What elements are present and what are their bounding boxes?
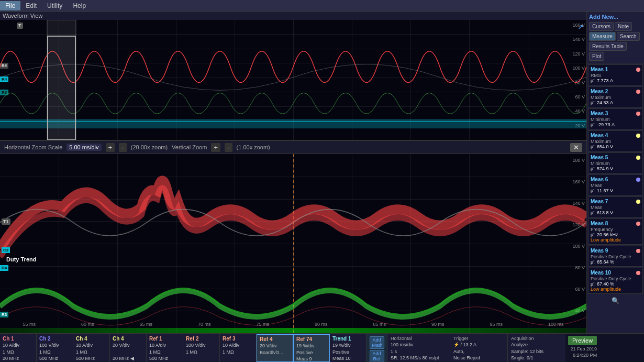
meas-2-value: μ': 24.53 A: [591, 100, 640, 105]
zoom-v-minus[interactable]: -: [225, 143, 232, 152]
cursors-button[interactable]: Cursors: [589, 22, 614, 31]
ref1-block[interactable]: Ref 1 10 A/div1 MΩ500 MHz: [147, 334, 183, 362]
plot-button[interactable]: Plot: [589, 52, 604, 61]
h-zoom-label: Horizontal Zoom Scale: [4, 144, 62, 150]
meas-4-type: Maximum: [591, 139, 640, 144]
meas-1-color: [636, 68, 640, 72]
meas-9-value: μ': 65.64 %: [591, 259, 640, 265]
ch2-values: 100 V/div1 MΩ500 MHz: [39, 342, 70, 362]
results-table-button[interactable]: Results Table: [589, 42, 627, 51]
menu-edit[interactable]: Edit: [20, 1, 42, 10]
add-ref-button[interactable]: AddRef: [370, 350, 384, 362]
meas-5-value: μ': 574.9 V: [591, 166, 640, 171]
zoom-h-minus[interactable]: -: [119, 143, 126, 152]
meas-7-item[interactable]: Meas 7 Mean μ': 613.8 V: [588, 196, 643, 217]
meas-5-label: Meas 5: [591, 155, 608, 160]
ref1-title: Ref 1: [149, 336, 180, 342]
horizontal-block: Horizontal 100 ms/div 1 s SR: 12.5 MS/s …: [387, 334, 450, 362]
ref2-block[interactable]: Ref 2 100 V/div1 MΩ: [183, 334, 220, 362]
trigger-title: Trigger: [453, 336, 504, 341]
main-content: Waveform View: [0, 12, 644, 362]
menu-help[interactable]: Help: [68, 1, 91, 10]
scope-zoom-svg: [0, 154, 586, 333]
meas-10-color: [636, 271, 640, 275]
search-area[interactable]: 🔍: [588, 295, 643, 306]
right-buttons: Cursors Note Measure Search Results Tabl…: [589, 22, 642, 61]
ref1-values: 10 A/div1 MΩ500 MHz: [149, 342, 180, 362]
scope-top-svg: [0, 20, 586, 140]
note-button[interactable]: Note: [615, 22, 632, 31]
h-ns: 80 ns/pt: [423, 355, 439, 360]
add-math-button[interactable]: AddMath: [370, 336, 384, 349]
h-sr: SR: 12.5 MS/s: [391, 355, 421, 360]
zoom-h-plus[interactable]: +: [106, 143, 115, 152]
ch4b-values: 20 V/div20 MHz ◀: [113, 342, 143, 362]
meas-9-item[interactable]: Meas 9 Positive Duty Cycle μ': 65.64 %: [588, 246, 643, 267]
svg-rect-0: [0, 119, 586, 128]
meas-1-value: μ': 7.773 A: [591, 78, 640, 83]
meas-3-color: [636, 112, 640, 116]
meas-9-type: Positive Duty Cycle: [591, 254, 640, 259]
meas-4-item[interactable]: Meas 4 Maximum μ': 654.0 V: [588, 130, 643, 151]
meas-10-item[interactable]: Meas 10 Positive Duty Cycle μ': 67.40 % …: [588, 268, 643, 294]
meas-5-color: [636, 156, 640, 160]
acq-sample: Sample: 12 bits: [511, 349, 543, 354]
trend1-values: 19 %/divPositiveMeas 10: [332, 342, 363, 362]
ref2-title: Ref 2: [186, 336, 217, 342]
trend1-block[interactable]: Trend 1 19 %/divPositiveMeas 10: [330, 334, 367, 362]
trend1-title: Trend 1: [332, 336, 363, 342]
meas-10-label: Meas 10: [591, 270, 611, 276]
scope-overview: T ↗ 160 V 140 V 120 V 100 V 80 V 60 V 40…: [0, 20, 586, 140]
meas-8-value: μ': 20.56 kHz: [591, 232, 640, 237]
meas-6-value: μ': 11.67 V: [591, 188, 640, 193]
meas-6-item[interactable]: Meas 6 Mean μ': 11.67 V: [588, 174, 643, 195]
h-zoom-value[interactable]: 5.00 ms/div: [66, 144, 101, 151]
c3-marker: C3: [2, 247, 10, 253]
r3-zoom-marker: R3: [0, 312, 8, 317]
meas-3-item[interactable]: Meas 3 Minimum μ': -29.73 A: [588, 108, 643, 129]
menu-utility[interactable]: Utility: [42, 1, 68, 10]
ch1-title: Ch 1: [3, 336, 34, 342]
zoom-v-plus[interactable]: +: [211, 143, 220, 152]
ch4b-title: Ch 4: [113, 336, 143, 342]
meas-6-label: Meas 6: [591, 177, 608, 182]
meas-4-value: μ': 654.0 V: [591, 144, 640, 149]
zoom-close-button[interactable]: ✕: [570, 143, 582, 152]
ch2-block[interactable]: Ch 2 100 V/div1 MΩ500 MHz: [37, 334, 73, 362]
measure-button[interactable]: Measure: [589, 32, 616, 41]
t1-badge: T1: [2, 218, 10, 225]
meas-3-type: Minimum: [591, 117, 640, 122]
acq-mode: Analyze: [511, 342, 528, 347]
ch4-block[interactable]: Ch 4 10 A/div1 MΩ500 MHz: [73, 334, 110, 362]
menu-bar: File Edit Utility Help: [0, 0, 644, 12]
search-button[interactable]: Search: [617, 32, 640, 41]
ref74-block[interactable]: Ref 74 19 %/divPositiveMeas 9: [293, 334, 330, 362]
meas-4-color: [636, 134, 640, 138]
meas-8-low: Low amplitude: [591, 237, 640, 243]
duty-trend-label: Duty Trend: [6, 256, 36, 262]
right-panel: Add New... Cursors Note Measure Search R…: [586, 12, 644, 333]
ch4b-block[interactable]: Ch 4 20 V/div20 MHz ◀: [110, 334, 147, 362]
measurements-list: Meas 1 RMS μ': 7.773 A Meas 2 Maximum μ'…: [587, 63, 644, 333]
ch4-values: 10 A/div1 MΩ500 MHz: [76, 342, 107, 362]
meas-2-item[interactable]: Meas 2 Maximum μ': 24.53 A: [588, 86, 643, 107]
preview-button[interactable]: Preview: [568, 336, 597, 345]
meas-8-item[interactable]: Meas 8 Frequency μ': 20.56 kHz Low ampli…: [588, 218, 643, 245]
menu-file[interactable]: File: [0, 1, 20, 10]
ch2-title: Ch 2: [39, 336, 70, 342]
ref2-values: 100 V/div1 MΩ: [186, 342, 217, 355]
trigger-level: 13.2 A: [463, 342, 477, 347]
r4-zoom-marker: R4: [0, 265, 8, 271]
ref4-block[interactable]: Ref 4 20 V/divBoardlvl1...: [257, 334, 293, 362]
right-panel-header: Add New... Cursors Note Measure Search R…: [587, 12, 644, 63]
meas-7-label: Meas 7: [591, 199, 608, 204]
meas-5-item[interactable]: Meas 5 Minimum μ': 574.9 V: [588, 152, 643, 173]
search-icon: 🔍: [612, 297, 619, 304]
ref3-block[interactable]: Ref 3 10 A/div1 MΩ: [220, 334, 257, 362]
ch4-title: Ch 4: [76, 336, 107, 342]
horizontal-values: 100 ms/div 1 s SR: 12.5 MS/s 80 ns/pt RL…: [391, 342, 447, 362]
ch1-block[interactable]: Ch 1 10 A/div1 MΩ20 MHz: [0, 334, 37, 362]
meas-1-item[interactable]: Meas 1 RMS μ': 7.773 A: [588, 64, 643, 85]
trigger-icon: ⚡: [453, 342, 459, 347]
meas-2-color: [636, 90, 640, 94]
